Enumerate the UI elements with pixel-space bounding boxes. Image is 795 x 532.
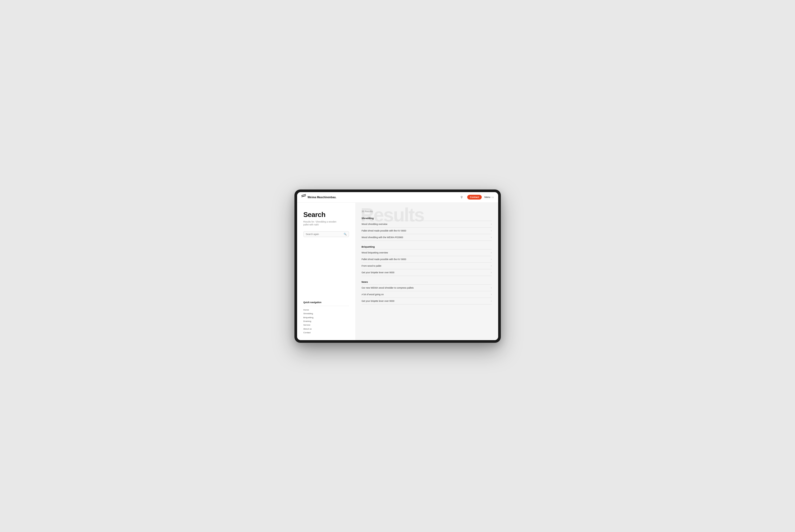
result-item-arrow-icon: › [491,251,492,254]
result-item-text: Pallet shred made possible with the KV 9… [362,229,406,232]
quick-nav-items: HomeShreddingBriquettingDrainingServiceA… [304,308,349,335]
result-item-arrow-icon: › [491,236,492,239]
result-item[interactable]: Get your briqette lever over 9000› [362,269,492,276]
section-items: Our new WEIMA wood shredder to compress … [362,284,492,304]
left-panel: Search Results for: 'Shredding a wooden … [297,203,355,340]
result-item[interactable]: Pallet shred made possible with the KV 9… [362,256,492,262]
menu-button[interactable]: Menu 11 [484,196,494,198]
result-item-arrow-icon: › [491,265,492,267]
result-item[interactable]: Pallet shred made possible with the KV 9… [362,227,492,234]
result-item[interactable]: Wood shredding with the WEIMA PD3900› [362,234,492,241]
section-title: News [362,281,492,283]
sidebar-item[interactable]: Briquetting [304,316,349,320]
result-item-arrow-icon: › [491,293,492,296]
contact-button[interactable]: Contact [467,195,482,200]
logo-icon [301,195,306,199]
tablet-device: Weima Maschinenbau. ⚲ Contact Menu 11 Se… [294,189,501,343]
quick-navigation: Quick navigation HomeShreddingBriquettin… [304,301,349,335]
sidebar-item[interactable]: Draining [304,320,349,323]
quick-nav-divider [304,306,349,306]
navbar-actions: ⚲ Contact Menu 11 [459,194,494,200]
brand-name: Weima Maschinenbau. [308,196,337,199]
result-item-text: Wood shredding with the WEIMA PD3900 [362,236,403,239]
result-item[interactable]: Wood briquetting overview› [362,249,492,256]
result-item-arrow-icon: › [491,286,492,289]
search-icon[interactable]: ⚲ [459,194,465,200]
section-items: Wood shredding overview›Pallet shred mad… [362,221,492,241]
menu-label: Menu [484,196,490,198]
sidebar-item[interactable]: Shredding [304,312,349,316]
result-item-arrow-icon: › [491,300,492,302]
search-subtitle: Results for: 'Shredding a wooden pallet … [304,221,341,227]
result-item-text: Our new WEIMA wood shredder to compress … [362,286,414,289]
result-item[interactable]: Get your briqette lever over 9000› [362,298,492,304]
menu-count: 11 [491,196,494,198]
quick-nav-title: Quick navigation [304,301,349,304]
result-item-text: Get your briqette lever over 9000 [362,271,395,274]
results-sections: ShreddingWood shredding overview›Pallet … [362,217,492,304]
result-item-text: Wood shredding overview [362,223,387,225]
result-item[interactable]: Wood shredding overview› [362,221,492,227]
result-item-arrow-icon: › [491,223,492,225]
sidebar-item[interactable]: About us [304,327,349,331]
section-title: Shredding [362,217,492,220]
search-input[interactable] [306,233,344,235]
content-area: Search Results for: 'Shredding a wooden … [297,203,498,340]
navbar: Weima Maschinenbau. ⚲ Contact Menu 11 [297,192,498,203]
section-items: Wood briquetting overview›Pallet shred m… [362,249,492,276]
result-item-arrow-icon: › [491,229,492,232]
sidebar-item[interactable]: Service [304,323,349,327]
sidebar-item[interactable]: Home [304,308,349,312]
result-item-text: Get your briqette lever over 9000 [362,300,395,302]
results-section: ShreddingWood shredding overview›Pallet … [362,217,492,241]
result-item-text: A lot of wood going on [362,293,384,296]
result-item[interactable]: Our new WEIMA wood shredder to compress … [362,284,492,291]
right-panel: Results 35 Results ShreddingWood shreddi… [355,203,498,340]
result-item-text: From wood to pallet [362,265,381,267]
brand-logo: Weima Maschinenbau. [301,195,337,199]
section-title: Briquetting [362,246,492,248]
results-section: BriquettingWood briquetting overview›Pal… [362,246,492,276]
tablet-screen: Weima Maschinenbau. ⚲ Contact Menu 11 Se… [297,192,498,340]
result-item-text: Wood briquetting overview [362,251,388,254]
results-count: 35 Results [362,210,492,213]
results-section: NewsOur new WEIMA wood shredder to compr… [362,281,492,304]
results-content: 35 Results ShreddingWood shredding overv… [355,203,498,315]
result-item-text: Pallet shred made possible with the KV 9… [362,258,406,261]
result-item[interactable]: From wood to pallet› [362,262,492,269]
result-item-arrow-icon: › [491,258,492,261]
result-item[interactable]: A lot of wood going on› [362,291,492,298]
page-title: Search [304,211,349,219]
sidebar-item[interactable]: Contact [304,331,349,335]
search-submit-icon[interactable]: 🔍 [344,233,347,235]
result-item-arrow-icon: › [491,271,492,274]
search-bar[interactable]: 🔍 [304,231,349,237]
